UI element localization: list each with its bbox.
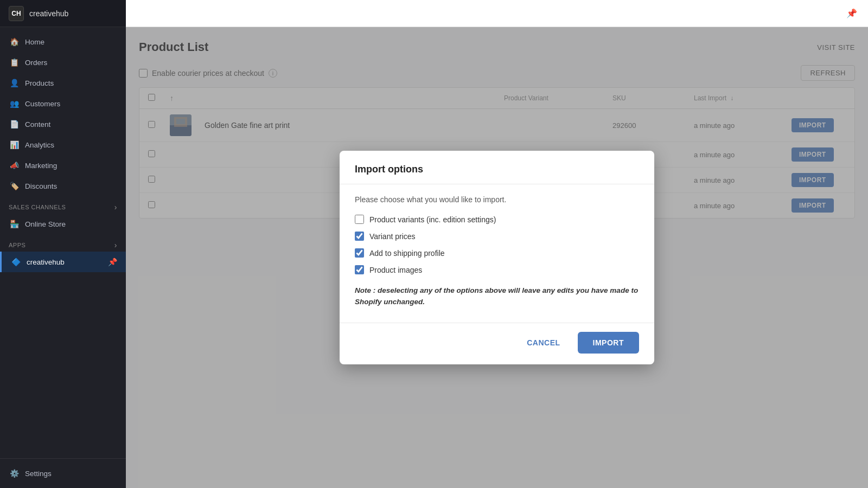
sidebar-label-settings: Settings bbox=[25, 470, 52, 478]
modal-title: Import options bbox=[355, 164, 639, 175]
option-variant-prices: Variant prices bbox=[355, 232, 639, 241]
products-icon: 👤 bbox=[9, 78, 20, 88]
variant-prices-label: Variant prices bbox=[369, 232, 416, 241]
sidebar-label-home: Home bbox=[25, 38, 44, 46]
modal-header: Import options bbox=[340, 151, 654, 184]
modal-footer: CANCEL IMPORT bbox=[340, 323, 654, 364]
sidebar-item-home[interactable]: 🏠 Home bbox=[0, 31, 126, 52]
discounts-icon: 🏷️ bbox=[9, 181, 20, 191]
marketing-icon: 📣 bbox=[9, 160, 20, 171]
sidebar-label-customers: Customers bbox=[25, 100, 60, 108]
sidebar-item-online-store[interactable]: 🏪 Online Store bbox=[0, 214, 126, 234]
creativehub-icon: 🔷 bbox=[10, 256, 21, 267]
sidebar-item-content[interactable]: 📄 Content bbox=[0, 114, 126, 134]
sidebar-footer: ⚙️ Settings bbox=[0, 458, 126, 488]
settings-icon: ⚙️ bbox=[9, 468, 20, 479]
modal-description: Please choose what you would like to imp… bbox=[355, 195, 639, 204]
sidebar-item-discounts[interactable]: 🏷️ Discounts bbox=[0, 176, 126, 196]
modal-body: Please choose what you would like to imp… bbox=[340, 184, 654, 318]
sidebar-label-marketing: Marketing bbox=[25, 162, 57, 170]
sidebar-label-discounts: Discounts bbox=[25, 182, 57, 190]
sidebar-item-products[interactable]: 👤 Products bbox=[0, 73, 126, 93]
sidebar-label-orders: Orders bbox=[25, 59, 47, 67]
shipping-profile-label: Add to shipping profile bbox=[369, 249, 445, 258]
expand-icon[interactable]: › bbox=[114, 203, 117, 211]
variant-prices-checkbox[interactable] bbox=[355, 232, 364, 241]
apps-expand-icon[interactable]: › bbox=[114, 241, 117, 249]
online-store-icon: 🏪 bbox=[9, 219, 20, 229]
orders-icon: 📋 bbox=[9, 57, 20, 68]
import-modal: Import options Please choose what you wo… bbox=[340, 151, 654, 364]
shipping-profile-checkbox[interactable] bbox=[355, 248, 364, 258]
modal-note: Note : deselecting any of the options ab… bbox=[355, 285, 639, 307]
sidebar-label-content: Content bbox=[25, 120, 50, 129]
sidebar-item-creativehub[interactable]: 🔷 creativehub 📌 bbox=[0, 252, 126, 272]
pin-badge: 📌 bbox=[108, 258, 117, 266]
content-icon: 📄 bbox=[9, 119, 20, 130]
sidebar-nav: 🏠 Home 📋 Orders 👤 Products 👥 Customers 📄… bbox=[0, 27, 126, 458]
apps-section: Apps › bbox=[0, 234, 126, 252]
store-logo: CH bbox=[9, 6, 24, 21]
product-variants-label: Product variants (inc. edition settings) bbox=[369, 215, 496, 224]
sidebar-item-marketing[interactable]: 📣 Marketing bbox=[0, 155, 126, 176]
option-product-images: Product images bbox=[355, 265, 639, 274]
analytics-icon: 📊 bbox=[9, 139, 20, 150]
customers-icon: 👥 bbox=[9, 98, 20, 109]
sidebar-label-products: Products bbox=[25, 79, 54, 87]
product-images-label: Product images bbox=[369, 266, 422, 274]
product-images-checkbox[interactable] bbox=[355, 265, 364, 274]
topbar: 📌 bbox=[126, 0, 868, 27]
sidebar-label-analytics: Analytics bbox=[25, 141, 54, 149]
sidebar-item-customers[interactable]: 👥 Customers bbox=[0, 93, 126, 114]
home-icon: 🏠 bbox=[9, 36, 20, 47]
sidebar: CH creativehub 🏠 Home 📋 Orders 👤 Product… bbox=[0, 0, 126, 488]
product-variants-checkbox[interactable] bbox=[355, 215, 364, 224]
sidebar-item-orders[interactable]: 📋 Orders bbox=[0, 52, 126, 73]
content-area: Product List VISIT SITE Enable courier p… bbox=[126, 27, 868, 488]
sidebar-label-creativehub: creativehub bbox=[27, 258, 65, 266]
sales-channels-section: Sales channels › bbox=[0, 196, 126, 214]
option-product-variants: Product variants (inc. edition settings) bbox=[355, 215, 639, 224]
topbar-pin-icon: 📌 bbox=[846, 8, 857, 18]
modal-overlay: Import options Please choose what you wo… bbox=[126, 27, 868, 488]
main-content: 📌 Product List VISIT SITE Enable courier… bbox=[126, 0, 868, 488]
option-shipping-profile: Add to shipping profile bbox=[355, 248, 639, 258]
sidebar-item-analytics[interactable]: 📊 Analytics bbox=[0, 134, 126, 155]
sidebar-item-settings[interactable]: ⚙️ Settings bbox=[0, 463, 126, 484]
topbar-right: 📌 bbox=[846, 8, 857, 18]
store-name: creativehub bbox=[29, 9, 68, 18]
cancel-button[interactable]: CANCEL bbox=[516, 333, 571, 352]
sidebar-header: CH creativehub bbox=[0, 0, 126, 27]
sidebar-label-online-store: Online Store bbox=[25, 220, 66, 228]
modal-import-button[interactable]: IMPORT bbox=[578, 332, 639, 354]
